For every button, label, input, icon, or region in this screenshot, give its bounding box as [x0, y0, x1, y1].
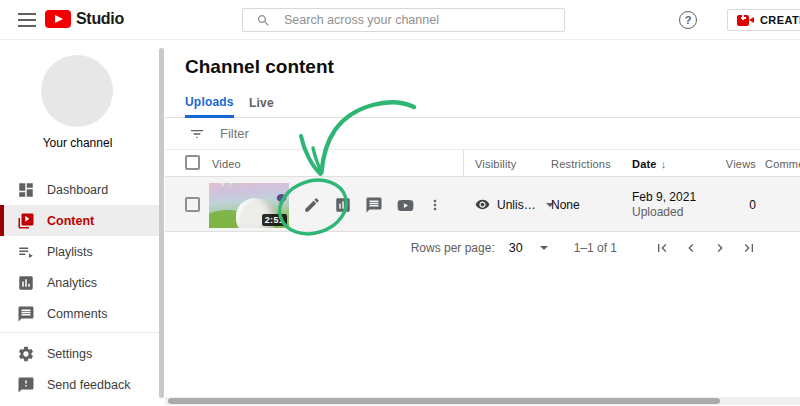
date-note: Uploaded	[632, 205, 696, 220]
column-header-video: Video	[212, 158, 241, 170]
pagination-bar: Rows per page: 30 1–1 of 1	[165, 233, 800, 263]
sidebar-divider	[0, 332, 160, 333]
pagination-range-label: 1–1 of 1	[574, 241, 617, 255]
channel-name-label: Your channel	[0, 136, 155, 150]
column-header-restrictions: Restrictions	[551, 158, 611, 170]
page-title: Channel content	[185, 56, 334, 78]
sidebar-item-playlists[interactable]: Playlists	[0, 236, 160, 267]
youtube-play-icon	[45, 10, 71, 28]
youtube-studio-logo[interactable]: Studio	[45, 10, 124, 28]
comment-bubble-icon	[365, 196, 383, 214]
create-button-label: CREATE	[760, 14, 800, 26]
top-bar: Studio ? CREATE	[0, 0, 800, 40]
column-header-visibility: Visibility	[475, 158, 517, 170]
date-cell: Feb 9, 2021 Uploaded	[632, 190, 696, 220]
sidebar-nav: Dashboard Content Playlists Analytics Co…	[0, 174, 160, 329]
video-thumbnail[interactable]: 2:51	[209, 183, 289, 228]
hamburger-menu-icon[interactable]	[18, 13, 36, 27]
sidebar-item-dashboard[interactable]: Dashboard	[0, 174, 160, 205]
row-options-menu-button[interactable]	[421, 191, 449, 219]
videocam-plus-icon	[737, 15, 754, 26]
horizontal-scrollbar-track[interactable]	[165, 397, 800, 405]
thumbnail-butterfly	[276, 192, 288, 203]
duration-badge: 2:51	[262, 214, 287, 226]
video-analytics-button[interactable]	[329, 191, 357, 219]
view-on-youtube-button[interactable]	[391, 191, 419, 219]
search-box[interactable]	[242, 8, 565, 32]
tab-uploads[interactable]: Uploads	[185, 88, 234, 118]
rows-per-page-dropdown[interactable]: 30	[509, 241, 548, 255]
main-content: Channel content Uploads Live Filter Vide…	[165, 40, 800, 406]
youtube-icon	[396, 196, 415, 215]
playlists-icon	[17, 243, 35, 261]
bar-chart-icon	[334, 196, 352, 214]
date-value: Feb 9, 2021	[632, 190, 696, 205]
feedback-icon	[17, 376, 35, 394]
table-header-row: Video Visibility Restrictions Date↓ View…	[165, 150, 800, 177]
settings-gear-icon	[17, 345, 35, 363]
sidebar-item-label: Dashboard	[47, 183, 108, 197]
help-icon[interactable]: ?	[679, 11, 697, 29]
chevron-down-icon	[540, 246, 548, 250]
video-comments-button[interactable]	[360, 191, 388, 219]
first-page-icon	[654, 240, 670, 256]
comments-icon	[17, 305, 35, 323]
search-input[interactable]	[284, 13, 554, 27]
search-icon	[256, 13, 271, 28]
edit-details-button[interactable]	[298, 191, 326, 219]
sidebar-footer-nav: Settings Send feedback	[0, 338, 160, 400]
chevron-left-icon	[683, 240, 699, 256]
restrictions-value: None	[551, 198, 580, 212]
filter-icon	[189, 126, 205, 142]
analytics-icon	[17, 274, 35, 292]
create-button[interactable]: CREATE	[727, 9, 800, 31]
sidebar-item-send-feedback[interactable]: Send feedback	[0, 369, 160, 400]
pencil-icon	[303, 196, 321, 214]
sidebar-item-label: Analytics	[47, 276, 97, 290]
next-page-button[interactable]	[712, 240, 728, 256]
sort-descending-icon: ↓	[661, 158, 667, 170]
pagination-controls	[641, 240, 757, 256]
select-all-checkbox[interactable]	[185, 155, 200, 170]
row-checkbox[interactable]	[185, 197, 200, 212]
eye-icon	[475, 197, 490, 212]
last-page-icon	[741, 240, 757, 256]
brand-text: Studio	[76, 10, 124, 28]
column-header-views: Views	[690, 158, 756, 170]
sidebar-item-label: Comments	[47, 307, 107, 321]
chevron-right-icon	[712, 240, 728, 256]
visibility-dropdown[interactable]: Unlis…	[475, 197, 554, 212]
last-page-button[interactable]	[741, 240, 757, 256]
visibility-value: Unlis…	[497, 198, 536, 212]
first-page-button[interactable]	[654, 240, 670, 256]
channel-avatar[interactable]	[41, 55, 113, 127]
sidebar-item-label: Playlists	[47, 245, 93, 259]
sidebar: Your channel Dashboard Content Playlists…	[0, 40, 165, 406]
sidebar-item-comments[interactable]: Comments	[0, 298, 160, 329]
sidebar-item-settings[interactable]: Settings	[0, 338, 160, 369]
sidebar-item-label: Send feedback	[47, 378, 130, 392]
tab-live[interactable]: Live	[249, 88, 274, 118]
views-value: 0	[690, 198, 756, 212]
column-header-comments: Comment	[765, 158, 800, 170]
video-table-row[interactable]: 2:51	[165, 177, 800, 232]
sidebar-item-label: Content	[47, 214, 94, 228]
content-icon	[17, 212, 35, 230]
filter-bar[interactable]: Filter	[165, 118, 800, 150]
dashboard-icon	[17, 181, 35, 199]
previous-page-button[interactable]	[683, 240, 699, 256]
sidebar-item-content[interactable]: Content	[0, 205, 160, 236]
horizontal-scrollbar-thumb[interactable]	[168, 398, 720, 404]
sidebar-item-label: Settings	[47, 347, 92, 361]
rows-per-page-label: Rows per page:	[411, 241, 495, 255]
column-header-date[interactable]: Date↓	[632, 158, 666, 170]
sidebar-scrollbar[interactable]	[159, 48, 164, 398]
vertical-dots-icon	[427, 197, 443, 213]
tab-bar: Uploads Live	[165, 88, 800, 118]
sidebar-item-analytics[interactable]: Analytics	[0, 267, 160, 298]
filter-label: Filter	[220, 126, 249, 141]
